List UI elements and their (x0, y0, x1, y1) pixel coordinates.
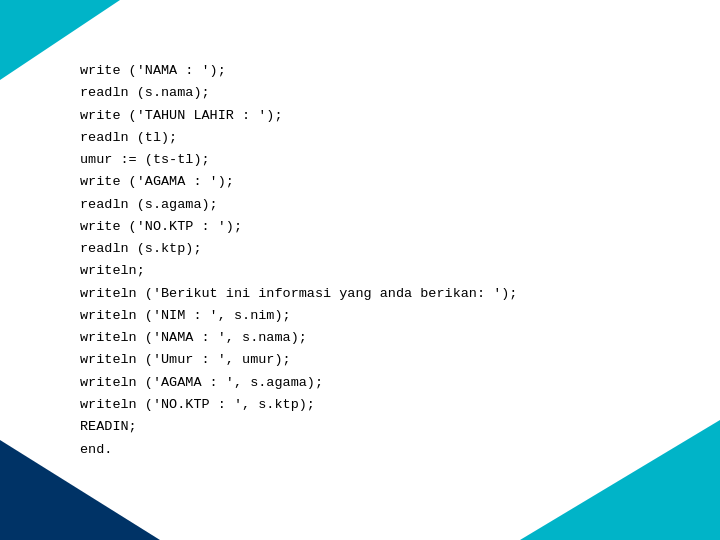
code-container: write ('NAMA : '); readln (s.nama); writ… (80, 60, 660, 460)
code-block: write ('NAMA : '); readln (s.nama); writ… (80, 60, 660, 461)
